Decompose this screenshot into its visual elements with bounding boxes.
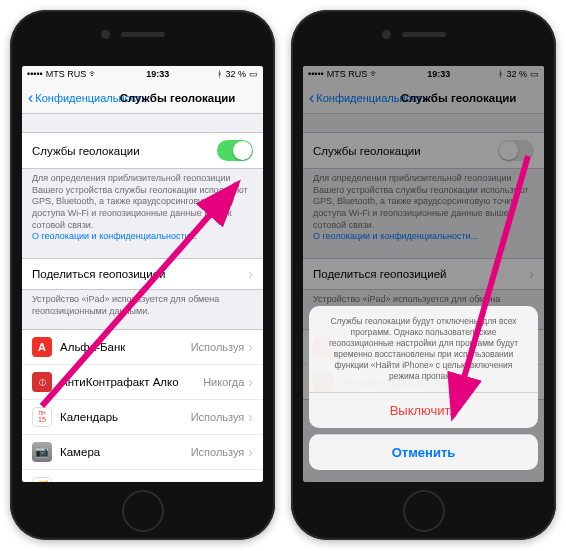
chevron-right-icon: › [248,374,253,390]
app-status: Никогда [203,376,244,388]
status-bar: ••••• MTS RUS ᯤ 19:33 ᚼ 32 % ▭ [22,66,263,82]
chevron-left-icon: ‹ [28,90,33,106]
wifi-icon: ᯤ [89,69,98,79]
app-name: АнтиКонтрафакт Алко [60,376,203,388]
iphone-frame-right: ••••• MTS RUS ᯤ 19:33 ᚼ 32 % ▭ ‹ Конфиде… [291,10,556,540]
app-row[interactable]: ⦶ АнтиКонтрафакт Алко Никогда › [22,364,263,400]
location-toggle-on[interactable] [217,140,253,161]
signal-dots: ••••• [27,69,43,79]
privacy-link[interactable]: О геолокации и конфиденциальности... [32,231,197,241]
app-status: Используя [191,446,245,458]
cancel-button[interactable]: Отменить [309,434,538,470]
app-row[interactable]: 📷 Камера Используя › [22,434,263,470]
alfa-bank-icon: A [32,337,52,357]
action-sheet: Службы геолокации будут отключены для вс… [309,306,538,476]
back-label: Конфиденциальность [35,92,147,104]
footer-text: Для определения приблизительной геопозиц… [22,168,263,248]
clock: 19:33 [146,69,169,79]
share-location-cell[interactable]: Поделиться геопозицией › [22,258,263,290]
app-row[interactable]: ПН15 Календарь Используя › [22,399,263,435]
app-status: Используя [191,481,245,483]
battery-icon: ▭ [249,69,258,79]
screen-right: ••••• MTS RUS ᯤ 19:33 ᚼ 32 % ▭ ‹ Конфиде… [303,66,544,482]
location-services-label: Службы геолокации [32,145,217,157]
sheet-message: Службы геолокации будут отключены для вс… [309,306,538,392]
app-name: Камера [60,446,191,458]
share-location-label: Поделиться геопозицией [32,268,248,280]
turn-off-button[interactable]: Выключить [309,392,538,428]
safari-icon: 🧭 [32,477,52,483]
share-footer: Устройство «iPad» используется для обмен… [22,289,263,322]
app-status: Используя [191,341,245,353]
battery-pct: 32 % [225,69,246,79]
app-name: Альфа-Банк [60,341,191,353]
back-button[interactable]: ‹ Конфиденциальность [28,90,147,106]
app-row[interactable]: 🧭 Сайты Safari Используя › [22,469,263,483]
chevron-right-icon: › [248,479,253,483]
app-status: Используя [191,411,245,423]
chevron-right-icon: › [248,444,253,460]
camera-icon: 📷 [32,442,52,462]
chevron-right-icon: › [248,409,253,425]
nav-bar: ‹ Конфиденциальность Службы геолокации [22,82,263,114]
app-name: Сайты Safari [60,481,191,483]
app-row[interactable]: A Альфа-Банк Используя › [22,329,263,365]
location-services-cell[interactable]: Службы геолокации [22,132,263,169]
iphone-frame-left: ••••• MTS RUS ᯤ 19:33 ᚼ 32 % ▭ ‹ Конфиде… [10,10,275,540]
chevron-right-icon: › [248,339,253,355]
calendar-icon: ПН15 [32,407,52,427]
carrier: MTS RUS [46,69,87,79]
chevron-right-icon: › [248,266,253,282]
anticontrafact-icon: ⦶ [32,372,52,392]
screen-left: ••••• MTS RUS ᯤ 19:33 ᚼ 32 % ▭ ‹ Конфиде… [22,66,263,482]
app-name: Календарь [60,411,191,423]
bluetooth-icon: ᚼ [217,69,222,79]
